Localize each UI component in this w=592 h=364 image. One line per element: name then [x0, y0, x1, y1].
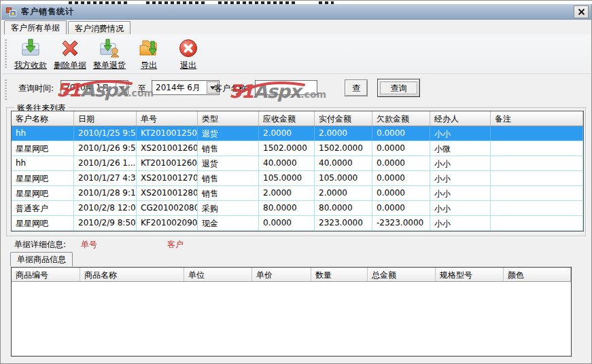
table-row[interactable]: hh2010/1/25 9:55KT201001250003退货2.00002.… [12, 126, 583, 141]
close-icon [578, 8, 585, 16]
table-cell [491, 186, 583, 200]
tab-consumption[interactable]: 客户消费情况 [68, 21, 130, 34]
table-cell: 0.0000 [372, 141, 430, 156]
table-cell [491, 141, 583, 156]
products-header-row: 商品编号商品名称单位单价数量总金额规格型号颜色 [12, 268, 571, 282]
main-tabstrip: 客户所有单据 客户消费情况 [2, 20, 591, 34]
table-cell: 星星网吧 [12, 186, 74, 200]
exit-icon [177, 37, 199, 59]
table-cell: -2323.0000 [372, 216, 430, 230]
table-cell: 0.0000 [372, 201, 430, 215]
tool-label: 退出 [180, 60, 196, 71]
query-bar-grip[interactable] [5, 79, 7, 100]
table-row[interactable]: hh2010/1/26 1...KT201001260003退货40.00004… [12, 156, 583, 171]
delete-bill-button[interactable]: 删除单据 [50, 37, 90, 72]
table-cell: 退货 [198, 156, 259, 170]
column-header[interactable]: 类型 [198, 111, 259, 126]
table-cell [491, 201, 583, 215]
table-row[interactable]: 星星网吧2010/1/28 9:14XS201001280001销售2.0000… [12, 186, 583, 201]
date-from-combobox[interactable]: 2010年 1月 [60, 80, 128, 95]
table-cell: 2010/1/27 4:37 [74, 171, 137, 185]
table-cell: 2.0000 [315, 126, 372, 141]
tool-label: 整单退货 [93, 60, 126, 71]
accounts-table-body: hh2010/1/25 9:55KT201001250003退货2.00002.… [12, 126, 583, 231]
table-cell: XS201001270003 [137, 171, 198, 185]
table-cell: 2010/1/25 9:55 [74, 126, 137, 141]
table-cell: 2010/2/9 8:50 [74, 216, 137, 230]
detail-info-label: 单据详细信息: [14, 239, 66, 251]
table-cell: 销售 [198, 141, 259, 156]
table-cell: 小小 [430, 201, 491, 215]
customer-name-input[interactable] [255, 80, 317, 95]
column-header[interactable]: 欠款金额 [372, 111, 430, 126]
title-bar: 客户销售统计 [1, 4, 591, 20]
column-header[interactable]: 总金额 [368, 268, 436, 281]
receive-payment-button[interactable]: 我方收款 [11, 37, 50, 72]
exit-button[interactable]: 退出 [169, 37, 208, 72]
table-cell: 退货 [198, 126, 259, 141]
column-header[interactable]: 备注 [491, 111, 583, 126]
column-header[interactable]: 商品编号 [12, 268, 80, 281]
table-row[interactable]: 普通客户2010/2/8 12:02CG201002080001采购80.000… [12, 201, 583, 216]
table-cell: 2010/1/28 9:14 [74, 186, 137, 200]
table-cell: 2.0000 [259, 126, 315, 141]
table-cell: 0.0000 [372, 171, 430, 185]
table-cell: 1502.0000 [259, 141, 315, 156]
table-cell: 普通客户 [12, 201, 74, 215]
table-cell: 小小 [430, 186, 491, 200]
tab-bill-products[interactable]: 单据商品信息 [10, 252, 73, 266]
table-row[interactable]: 星星网吧2010/1/26 9:57XS201001260002销售1502.0… [12, 141, 583, 156]
toolbar-grip[interactable] [5, 39, 7, 69]
table-cell: 2010/2/8 12:02 [74, 201, 137, 215]
column-header[interactable]: 单位 [184, 268, 252, 281]
table-cell: 2.0000 [259, 186, 315, 200]
table-cell [491, 171, 583, 185]
detail-info-bar: 单据详细信息: 单号 客户 [1, 239, 591, 251]
date-to-combobox[interactable]: 2014年 6月 [152, 80, 220, 95]
export-button[interactable]: 导出 [129, 37, 169, 72]
table-cell: 105.0000 [259, 171, 315, 185]
products-table: 商品编号商品名称单位单价数量总金额规格型号颜色 [11, 267, 572, 357]
table-cell: hh [12, 156, 74, 170]
table-cell: 小小 [430, 156, 491, 170]
column-header[interactable]: 应收金额 [259, 111, 315, 126]
receive-payment-icon [20, 37, 41, 59]
tab-all-bills[interactable]: 客户所有单据 [4, 20, 67, 34]
table-cell: 现金 [198, 216, 259, 230]
column-header[interactable]: 实付金额 [315, 111, 372, 126]
table-cell: XS201001280001 [137, 186, 198, 200]
table-cell: 小小 [430, 126, 491, 141]
column-header[interactable]: 商品名称 [80, 268, 184, 281]
table-cell: 小小 [430, 216, 491, 230]
table-cell: 105.0000 [315, 171, 372, 185]
table-cell: CG201002080001 [137, 201, 198, 215]
tool-label: 导出 [141, 60, 157, 71]
table-row[interactable]: 星星网吧2010/1/27 4:37XS201001270003销售105.00… [12, 171, 583, 186]
column-header[interactable]: 规格型号 [436, 268, 504, 281]
column-header[interactable]: 单号 [137, 111, 198, 126]
return-bill-icon [99, 37, 120, 59]
detail-customer: 客户 [167, 239, 184, 251]
products-table-body [12, 282, 571, 357]
search-button[interactable]: 查询 [377, 79, 420, 97]
delete-icon [59, 37, 81, 59]
column-header[interactable]: 单价 [252, 268, 311, 281]
search-short-button[interactable]: 查 [345, 79, 368, 96]
column-header[interactable]: 数量 [311, 268, 368, 281]
table-cell: 星星网吧 [12, 171, 74, 185]
close-button[interactable] [574, 5, 589, 18]
return-whole-bill-button[interactable]: 整单退货 [90, 37, 129, 72]
table-row[interactable]: 星星网吧2010/2/9 8:50KF201002090001现金0.00002… [12, 216, 583, 231]
table-cell: 小小 [430, 171, 491, 185]
table-cell: 80.0000 [259, 201, 315, 215]
column-header[interactable]: 经办人 [430, 111, 491, 126]
to-label: 至 [138, 83, 146, 94]
date-to-value: 2014年 6月 [152, 82, 207, 94]
customer-name-label: 客户名称: [214, 83, 249, 94]
table-cell: 2323.0000 [315, 216, 372, 230]
column-header[interactable]: 日期 [74, 111, 137, 126]
column-header[interactable]: 客户名称 [12, 111, 74, 126]
column-header[interactable]: 颜色 [504, 268, 571, 281]
table-cell [491, 126, 583, 141]
chevron-down-icon[interactable] [116, 81, 127, 94]
